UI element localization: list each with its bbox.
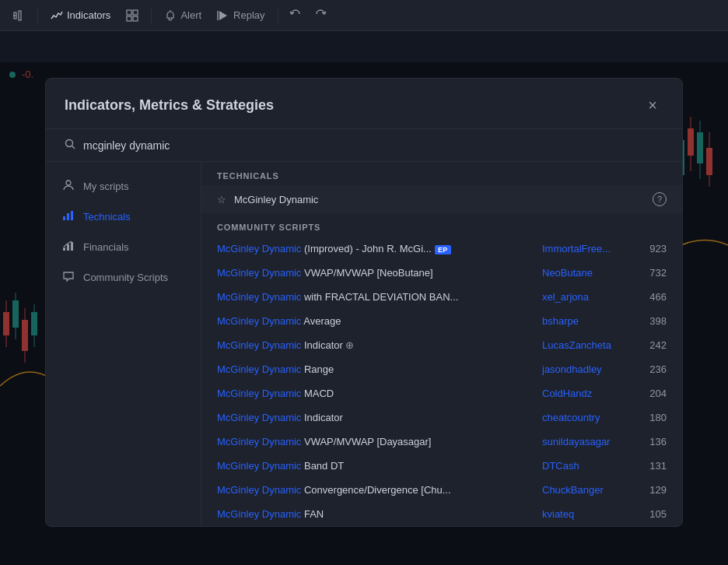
community-count-3: 398 bbox=[635, 315, 667, 327]
community-name-rest-2: with FRACTAL DEVIATION BAN... bbox=[301, 291, 458, 303]
svg-rect-31 bbox=[63, 247, 65, 251]
community-author-7: cheatcountry bbox=[542, 412, 635, 423]
replay-button[interactable]: Replay bbox=[211, 6, 271, 25]
community-name-blue-4: McGinley Dynamic bbox=[217, 339, 301, 351]
undo-button[interactable] bbox=[285, 5, 306, 26]
community-count-6: 204 bbox=[635, 388, 667, 399]
community-item-1[interactable]: McGinley Dynamic VWAP/MVWAP [NeoButane] … bbox=[201, 261, 682, 285]
svg-rect-30 bbox=[71, 211, 73, 220]
community-item-4[interactable]: McGinley Dynamic Indicator ⊕ LucasZanche… bbox=[201, 333, 682, 357]
svg-rect-28 bbox=[63, 216, 65, 220]
svg-rect-3 bbox=[127, 10, 131, 15]
alert-label: Alert bbox=[180, 9, 201, 21]
community-author-5: jasondhadley bbox=[542, 363, 635, 375]
svg-rect-6 bbox=[133, 16, 138, 21]
technicals-section-label: TECHNICALS bbox=[201, 162, 682, 185]
technicals-result-name: McGinley Dynamic bbox=[234, 194, 645, 205]
community-name-blue-1: McGinley Dynamic bbox=[217, 267, 301, 279]
community-name-0: McGinley Dynamic (Improved) - John R. Mc… bbox=[217, 243, 542, 254]
sidebar-label-my-scripts: My scripts bbox=[83, 181, 129, 192]
community-name-blue-5: McGinley Dynamic bbox=[217, 363, 301, 375]
community-name-blue-0: McGinley Dynamic bbox=[217, 243, 301, 254]
community-name-4: McGinley Dynamic Indicator ⊕ bbox=[217, 339, 542, 351]
toolbar-price-type[interactable] bbox=[6, 6, 31, 25]
community-item-9[interactable]: McGinley Dynamic Band DT DTCash 131 bbox=[201, 454, 682, 478]
modal-overlay: Indicators, Metrics & Strategies × bbox=[0, 62, 728, 565]
svg-rect-4 bbox=[133, 10, 138, 15]
community-name-blue-10: McGinley Dynamic bbox=[217, 484, 301, 496]
technicals-result-mcginley[interactable]: ☆ McGinley Dynamic ? bbox=[201, 185, 682, 213]
ep-badge-0: EP bbox=[435, 245, 451, 254]
community-name-11: McGinley Dynamic FAN bbox=[217, 508, 542, 520]
community-name-blue-6: McGinley Dynamic bbox=[217, 388, 301, 399]
community-item-10[interactable]: McGinley Dynamic Convergence/Divergence … bbox=[201, 478, 682, 502]
financials-icon bbox=[61, 240, 75, 254]
community-name-blue-11: McGinley Dynamic bbox=[217, 508, 301, 520]
sidebar-item-community-scripts[interactable]: Community Scripts bbox=[46, 262, 201, 293]
community-name-3: McGinley Dynamic Average bbox=[217, 315, 542, 327]
svg-rect-32 bbox=[67, 244, 69, 251]
sidebar-label-financials: Financials bbox=[83, 241, 129, 253]
community-author-2: xel_arjona bbox=[542, 291, 635, 303]
indicators-button[interactable]: Indicators bbox=[44, 6, 117, 25]
help-icon[interactable]: ? bbox=[653, 192, 667, 206]
replay-icon bbox=[217, 9, 229, 22]
sidebar-item-financials[interactable]: Financials bbox=[46, 232, 201, 262]
community-author-11: kviateq bbox=[542, 508, 635, 520]
community-name-rest-1: VWAP/MVWAP [NeoButane] bbox=[301, 267, 432, 279]
community-item-2[interactable]: McGinley Dynamic with FRACTAL DEVIATION … bbox=[201, 285, 682, 309]
divider-3 bbox=[278, 8, 278, 23]
svg-rect-5 bbox=[127, 16, 131, 21]
community-item-0[interactable]: McGinley Dynamic (Improved) - John R. Mc… bbox=[201, 237, 682, 261]
modal-header: Indicators, Metrics & Strategies × bbox=[46, 79, 682, 129]
search-icon bbox=[65, 139, 75, 152]
svg-rect-33 bbox=[71, 242, 73, 251]
star-icon[interactable]: ☆ bbox=[217, 194, 226, 205]
chart-area: -0. bbox=[0, 31, 728, 565]
community-name-rest-3: Average bbox=[301, 315, 341, 327]
alert-button[interactable]: Alert bbox=[158, 6, 208, 25]
community-name-rest-10: Convergence/Divergence [Chu... bbox=[301, 484, 450, 496]
community-author-8: sunildayasagar bbox=[542, 436, 635, 447]
community-item-11[interactable]: McGinley Dynamic FAN kviateq 105 bbox=[201, 502, 682, 526]
community-author-9: DTCash bbox=[542, 460, 635, 472]
layout-icon bbox=[126, 9, 138, 22]
replay-label: Replay bbox=[233, 9, 264, 21]
community-author-1: NeoButane bbox=[542, 267, 635, 279]
community-count-9: 131 bbox=[635, 460, 667, 472]
community-name-blue-7: McGinley Dynamic bbox=[217, 412, 301, 423]
sidebar-item-my-scripts[interactable]: My scripts bbox=[46, 171, 201, 202]
search-input[interactable] bbox=[83, 139, 663, 152]
redo-button[interactable] bbox=[310, 5, 331, 26]
community-count-7: 180 bbox=[635, 412, 667, 423]
community-count-11: 105 bbox=[635, 508, 667, 520]
community-author-6: ColdHandz bbox=[542, 388, 635, 399]
sidebar-label-community-scripts: Community Scripts bbox=[83, 272, 168, 283]
community-name-rest-5: Range bbox=[301, 363, 334, 375]
community-name-9: McGinley Dynamic Band DT bbox=[217, 460, 542, 472]
community-count-0: 923 bbox=[635, 243, 667, 254]
svg-point-27 bbox=[66, 181, 71, 185]
community-item-3[interactable]: McGinley Dynamic Average bsharpe 398 bbox=[201, 309, 682, 333]
community-name-5: McGinley Dynamic Range bbox=[217, 363, 542, 375]
community-name-6: McGinley Dynamic MACD bbox=[217, 388, 542, 399]
community-name-blue-3: McGinley Dynamic bbox=[217, 315, 301, 327]
community-name-rest-0: (Improved) - John R. McGi... bbox=[301, 243, 432, 254]
undo-icon bbox=[289, 8, 302, 20]
community-item-8[interactable]: McGinley Dynamic VWAP/MVWAP [Dayasagar] … bbox=[201, 430, 682, 454]
layout-button[interactable] bbox=[120, 6, 145, 25]
plus-icon-4: ⊕ bbox=[345, 339, 354, 351]
community-icon bbox=[61, 270, 75, 285]
community-item-7[interactable]: McGinley Dynamic Indicator cheatcountry … bbox=[201, 405, 682, 430]
results-area: TECHNICALS ☆ McGinley Dynamic ? COMMUNIT… bbox=[201, 162, 682, 526]
community-author-3: bsharpe bbox=[542, 315, 635, 327]
modal-close-button[interactable]: × bbox=[642, 94, 663, 116]
community-item-6[interactable]: McGinley Dynamic MACD ColdHandz 204 bbox=[201, 381, 682, 405]
community-item-5[interactable]: McGinley Dynamic Range jasondhadley 236 bbox=[201, 357, 682, 381]
search-bar bbox=[46, 129, 682, 162]
svg-rect-29 bbox=[67, 213, 69, 220]
indicators-modal: Indicators, Metrics & Strategies × bbox=[45, 78, 683, 527]
community-count-1: 732 bbox=[635, 267, 667, 279]
sidebar-label-technicals: Technicals bbox=[83, 211, 131, 223]
sidebar-item-technicals[interactable]: Technicals bbox=[46, 202, 201, 232]
